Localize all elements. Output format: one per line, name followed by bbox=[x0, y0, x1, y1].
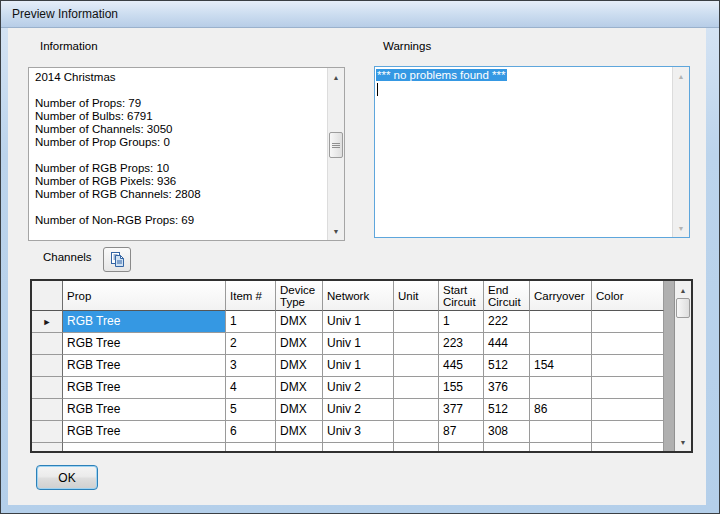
column-header[interactable]: Unit bbox=[394, 281, 439, 311]
scroll-up-button[interactable]: ▲ bbox=[673, 68, 689, 84]
table-row: RGB Tree5DMXUniv 237751286 bbox=[32, 399, 664, 421]
grid-cell[interactable]: Univ 3 bbox=[323, 421, 394, 443]
scroll-up-button[interactable]: ▲ bbox=[328, 69, 344, 85]
scroll-down-button[interactable]: ▼ bbox=[328, 223, 344, 239]
grid-cell[interactable] bbox=[530, 421, 592, 443]
grid-cell[interactable]: Univ 2 bbox=[323, 377, 394, 399]
grid-cell[interactable] bbox=[484, 443, 530, 453]
grid-cell[interactable]: Univ 1 bbox=[323, 355, 394, 377]
ok-button[interactable]: OK bbox=[36, 465, 98, 490]
column-header[interactable]: Carryover bbox=[530, 281, 592, 311]
grid-cell[interactable] bbox=[592, 311, 664, 333]
grid-cell[interactable]: DMX bbox=[276, 311, 323, 333]
grid-cell[interactable]: 223 bbox=[439, 333, 484, 355]
grid-cell[interactable]: 86 bbox=[530, 399, 592, 421]
grid-cell[interactable]: 377 bbox=[439, 399, 484, 421]
row-selector[interactable] bbox=[32, 333, 63, 355]
row-selector[interactable] bbox=[32, 355, 63, 377]
grid-cell[interactable]: 154 bbox=[530, 355, 592, 377]
column-header[interactable]: Device Type bbox=[276, 281, 323, 311]
column-header[interactable]: Item # bbox=[226, 281, 276, 311]
grid-cell[interactable] bbox=[394, 333, 439, 355]
grid-cell[interactable] bbox=[394, 443, 439, 453]
grid-cell[interactable] bbox=[592, 377, 664, 399]
grid-cell[interactable]: 3 bbox=[226, 355, 276, 377]
grid-cell[interactable] bbox=[592, 333, 664, 355]
grid-cell[interactable]: 87 bbox=[439, 421, 484, 443]
down-arrow-icon: ▼ bbox=[333, 228, 340, 235]
grid-cell[interactable] bbox=[394, 355, 439, 377]
grid-cell[interactable]: DMX bbox=[276, 333, 323, 355]
grid-cell[interactable]: 376 bbox=[484, 377, 530, 399]
grid-cell[interactable]: RGB Tree bbox=[63, 333, 226, 355]
column-header[interactable]: End Circuit bbox=[484, 281, 530, 311]
grid-cell[interactable] bbox=[530, 311, 592, 333]
grid-cell[interactable]: 1 bbox=[439, 311, 484, 333]
grid-cell[interactable]: DMX bbox=[276, 421, 323, 443]
row-selector[interactable] bbox=[32, 443, 63, 453]
scrollbar-thumb[interactable] bbox=[676, 298, 690, 318]
grid-cell[interactable]: 512 bbox=[484, 355, 530, 377]
grid-cell[interactable] bbox=[276, 443, 323, 453]
title-bar[interactable]: Preview Information bbox=[1, 1, 719, 28]
grid-cell[interactable]: 308 bbox=[484, 421, 530, 443]
grid-cell[interactable]: 155 bbox=[439, 377, 484, 399]
grid-cell[interactable] bbox=[63, 443, 226, 453]
scroll-down-button[interactable]: ▼ bbox=[673, 220, 689, 236]
row-selector[interactable] bbox=[32, 399, 63, 421]
grid-cell[interactable] bbox=[394, 421, 439, 443]
grid-cell[interactable] bbox=[592, 399, 664, 421]
grid-cell[interactable]: DMX bbox=[276, 399, 323, 421]
grid-cell[interactable]: 4 bbox=[226, 377, 276, 399]
info-line: Number of Channels: 3050 bbox=[35, 123, 324, 136]
grid-cell[interactable]: 5 bbox=[226, 399, 276, 421]
grid-cell[interactable] bbox=[592, 443, 664, 453]
grid-cell[interactable]: 6 bbox=[226, 421, 276, 443]
grid-cell[interactable] bbox=[592, 421, 664, 443]
warnings-scrollbar[interactable]: ▲ ▼ bbox=[672, 67, 689, 237]
grid-cell[interactable]: 512 bbox=[484, 399, 530, 421]
grid-cell[interactable]: RGB Tree bbox=[63, 377, 226, 399]
grid-cell[interactable] bbox=[530, 333, 592, 355]
grid-cell[interactable]: 2 bbox=[226, 333, 276, 355]
row-selector[interactable]: ► bbox=[32, 311, 63, 333]
grid-cell[interactable]: Univ 2 bbox=[323, 399, 394, 421]
grid-cell[interactable] bbox=[394, 311, 439, 333]
corner-header-cell[interactable] bbox=[32, 281, 63, 311]
grid-cell[interactable]: DMX bbox=[276, 377, 323, 399]
grid-cell[interactable] bbox=[530, 443, 592, 453]
grid-vertical-scrollbar[interactable]: ▲ ▼ bbox=[674, 281, 691, 451]
grid-cell[interactable]: DMX bbox=[276, 355, 323, 377]
grid-cell[interactable]: RGB Tree bbox=[63, 421, 226, 443]
grid-cell[interactable]: Univ 1 bbox=[323, 311, 394, 333]
grid-cell[interactable]: RGB Tree bbox=[63, 399, 226, 421]
warnings-textbox[interactable]: *** no problems found *** ▲ ▼ bbox=[374, 66, 690, 238]
information-textbox[interactable]: 2014 ChristmasNumber of Props: 79Number … bbox=[28, 67, 345, 241]
row-selector[interactable] bbox=[32, 377, 63, 399]
channels-grid[interactable]: PropItem #Device TypeNetworkUnitStart Ci… bbox=[30, 279, 693, 453]
grid-cell[interactable] bbox=[439, 443, 484, 453]
scrollbar-thumb[interactable] bbox=[329, 132, 343, 158]
scroll-up-button[interactable]: ▲ bbox=[675, 282, 691, 298]
grid-cell[interactable]: RGB Tree bbox=[63, 355, 226, 377]
grid-cell[interactable] bbox=[226, 443, 276, 453]
information-scrollbar[interactable]: ▲ ▼ bbox=[327, 68, 344, 240]
grid-cell[interactable]: 444 bbox=[484, 333, 530, 355]
grid-cell[interactable] bbox=[323, 443, 394, 453]
column-header[interactable]: Prop bbox=[63, 281, 226, 311]
grid-cell[interactable] bbox=[592, 355, 664, 377]
grid-cell[interactable]: RGB Tree bbox=[63, 311, 226, 333]
grid-cell[interactable]: Univ 1 bbox=[323, 333, 394, 355]
copy-button[interactable] bbox=[103, 247, 131, 272]
scroll-down-button[interactable]: ▼ bbox=[675, 434, 691, 450]
column-header[interactable]: Color bbox=[592, 281, 664, 311]
grid-cell[interactable]: 445 bbox=[439, 355, 484, 377]
column-header[interactable]: Network bbox=[323, 281, 394, 311]
grid-cell[interactable]: 222 bbox=[484, 311, 530, 333]
row-selector[interactable] bbox=[32, 421, 63, 443]
grid-cell[interactable] bbox=[530, 377, 592, 399]
column-header[interactable]: Start Circuit bbox=[439, 281, 484, 311]
grid-cell[interactable]: 1 bbox=[226, 311, 276, 333]
grid-cell[interactable] bbox=[394, 377, 439, 399]
grid-cell[interactable] bbox=[394, 399, 439, 421]
